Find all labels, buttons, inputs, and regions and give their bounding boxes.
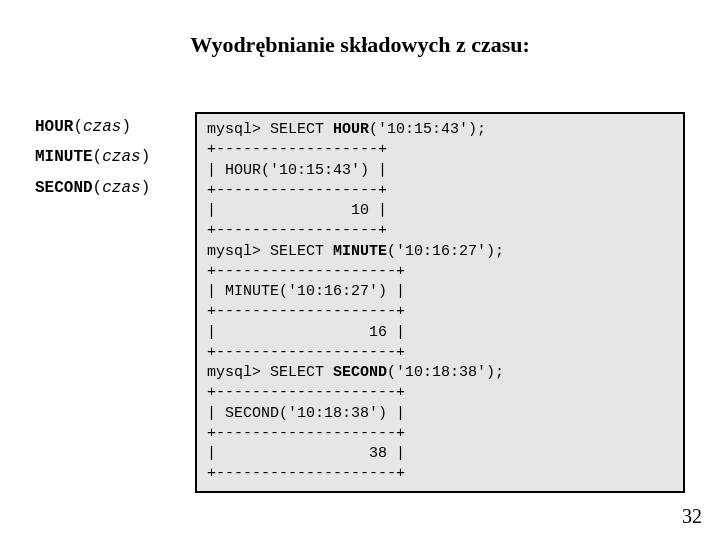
fn-name: HOUR — [35, 118, 73, 136]
code-line: | SECOND('10:18:38') | — [207, 405, 405, 422]
code-line: | 10 | — [207, 202, 387, 219]
code-line: +--------------------+ — [207, 465, 405, 482]
sql-keyword: HOUR — [333, 121, 369, 138]
code-line: mysql> SELECT — [207, 243, 333, 260]
code-line: +------------------+ — [207, 141, 387, 158]
code-line: +------------------+ — [207, 182, 387, 199]
code-line: mysql> SELECT — [207, 121, 333, 138]
sql-keyword: MINUTE — [333, 243, 387, 260]
code-line: ('10:16:27'); — [387, 243, 504, 260]
code-line: mysql> SELECT — [207, 364, 333, 381]
code-line: ('10:15:43'); — [369, 121, 486, 138]
sql-output: mysql> SELECT HOUR('10:15:43'); +-------… — [195, 112, 685, 493]
fn-name: MINUTE — [35, 148, 93, 166]
code-line: ('10:18:38'); — [387, 364, 504, 381]
code-line: | HOUR('10:15:43') | — [207, 162, 387, 179]
sql-keyword: SECOND — [333, 364, 387, 381]
code-line: +------------------+ — [207, 222, 387, 239]
code-line: +--------------------+ — [207, 263, 405, 280]
code-line: | 16 | — [207, 324, 405, 341]
code-line: +--------------------+ — [207, 384, 405, 401]
page-number: 32 — [682, 505, 702, 528]
code-line: +--------------------+ — [207, 425, 405, 442]
function-item: HOUR(czas) — [35, 112, 195, 142]
function-item: MINUTE(czas) — [35, 142, 195, 172]
content-row: HOUR(czas) MINUTE(czas) SECOND(czas) mys… — [35, 112, 685, 493]
slide: Wyodrębnianie składowych z czasu: HOUR(c… — [0, 0, 720, 540]
function-list: HOUR(czas) MINUTE(czas) SECOND(czas) — [35, 112, 195, 203]
code-line: +--------------------+ — [207, 303, 405, 320]
fn-arg: czas — [102, 148, 140, 166]
fn-name: SECOND — [35, 179, 93, 197]
slide-title: Wyodrębnianie składowych z czasu: — [0, 32, 720, 58]
code-line: +--------------------+ — [207, 344, 405, 361]
fn-arg: czas — [83, 118, 121, 136]
fn-arg: czas — [102, 179, 140, 197]
code-line: | MINUTE('10:16:27') | — [207, 283, 405, 300]
function-item: SECOND(czas) — [35, 173, 195, 203]
code-line: | 38 | — [207, 445, 405, 462]
